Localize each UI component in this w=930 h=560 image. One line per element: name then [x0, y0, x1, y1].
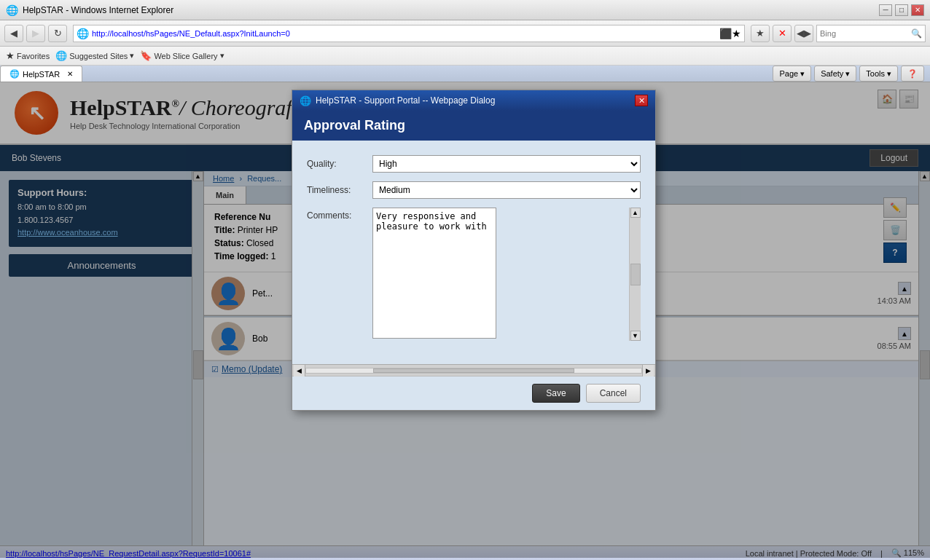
- tab-close-icon[interactable]: ✕: [67, 70, 73, 78]
- web-slice-item[interactable]: 🔖 Web Slice Gallery ▾: [140, 50, 224, 61]
- dialog-hscroll-right[interactable]: ▶: [642, 365, 654, 376]
- star-icon: ★: [6, 50, 15, 61]
- helpstar-tab[interactable]: 🌐 HelpSTAR ✕: [0, 66, 82, 82]
- maximize-button[interactable]: □: [895, 4, 908, 16]
- tab-icon: 🌐: [9, 69, 20, 79]
- timeliness-row: Timeliness: Medium Low High Very High: [307, 181, 641, 199]
- quality-label: Quality:: [307, 159, 372, 169]
- safety-dropdown-icon: ▾: [845, 69, 850, 79]
- address-bar-container: 🌐 ⬛ ★: [73, 25, 745, 42]
- comments-vscroll: ▲ ▼: [629, 208, 641, 341]
- address-bar[interactable]: [92, 29, 716, 38]
- stop-button[interactable]: ✕: [773, 25, 792, 42]
- page-dropdown-icon: ▾: [800, 69, 805, 79]
- tools-button[interactable]: Tools ▾: [859, 66, 898, 82]
- favorites-icon[interactable]: ★: [751, 25, 770, 42]
- search-icon[interactable]: 🔍: [911, 28, 922, 39]
- comments-container: ▲ ▼: [372, 208, 641, 341]
- suggested-sites-icon: 🌐: [55, 50, 67, 61]
- web-slice-dropdown-icon: ▾: [220, 51, 224, 60]
- timeliness-select[interactable]: Medium Low High Very High: [372, 181, 641, 199]
- browser-nav: ◀ ▶ ↻ 🌐 ⬛ ★ ★ ✕ ◀▶ 🔍: [0, 20, 930, 47]
- suggested-sites-item[interactable]: 🌐 Suggested Sites ▾: [55, 50, 134, 61]
- dialog-close-button[interactable]: ✕: [635, 95, 648, 106]
- refresh-button[interactable]: ↻: [48, 25, 67, 42]
- browser-title: HelpSTAR - Windows Internet Explorer: [23, 5, 173, 15]
- back-button[interactable]: ◀: [4, 25, 23, 42]
- tools-dropdown-icon: ▾: [887, 69, 891, 79]
- quality-row: Quality: High Low Medium Very High: [307, 155, 641, 173]
- dialog-ie-icon: 🌐: [300, 95, 311, 106]
- dialog-hscroll-thumb[interactable]: [373, 368, 574, 373]
- dialog-body: Quality: High Low Medium Very High Timel…: [292, 141, 655, 364]
- web-slice-icon: 🔖: [140, 50, 152, 61]
- approval-rating-dialog: 🌐 HelpSTAR - Support Portal -- Webpage D…: [292, 90, 656, 411]
- favorites-menu[interactable]: ★ Favorites: [6, 50, 50, 61]
- nav-extra[interactable]: ◀▶: [794, 25, 813, 42]
- save-button[interactable]: Save: [532, 384, 579, 403]
- comments-scroll-up[interactable]: ▲: [630, 208, 641, 218]
- comments-row: Comments: ▲ ▼: [307, 208, 641, 341]
- dialog-title-bar: 🌐 HelpSTAR - Support Portal -- Webpage D…: [292, 90, 655, 111]
- comments-textarea[interactable]: [372, 208, 496, 339]
- browser-title-bar: 🌐 HelpSTAR - Windows Internet Explorer ─…: [0, 0, 930, 20]
- page-button[interactable]: Page ▾: [773, 66, 811, 82]
- minimize-button[interactable]: ─: [879, 4, 892, 16]
- cancel-button[interactable]: Cancel: [586, 384, 641, 403]
- dialog-footer: Save Cancel: [292, 376, 655, 410]
- star-button[interactable]: ★: [732, 28, 741, 39]
- comments-label: Comments:: [307, 210, 372, 221]
- forward-button[interactable]: ▶: [26, 25, 45, 42]
- help-button[interactable]: ❓: [901, 66, 924, 82]
- favorites-bar: ★ Favorites 🌐 Suggested Sites ▾ 🔖 Web Sl…: [0, 47, 930, 66]
- dialog-hscroll-track: [305, 368, 642, 374]
- search-bar: 🔍: [816, 25, 926, 42]
- go-button[interactable]: ⬛: [719, 28, 732, 39]
- close-button[interactable]: ✕: [911, 4, 924, 16]
- dialog-hscroll-left[interactable]: ◀: [294, 365, 305, 376]
- timeliness-label: Timeliness:: [307, 185, 372, 195]
- dialog-title: Approval Rating: [304, 118, 405, 133]
- dropdown-arrow-icon: ▾: [130, 51, 134, 60]
- safety-button[interactable]: Safety ▾: [814, 66, 856, 82]
- quality-select[interactable]: High Low Medium Very High: [372, 155, 641, 173]
- dialog-hscroll: ◀ ▶: [292, 364, 655, 376]
- search-input[interactable]: [820, 29, 911, 38]
- comments-scroll-down[interactable]: ▼: [630, 331, 641, 341]
- comments-scroll-thumb[interactable]: [630, 264, 641, 285]
- dialog-window-title: HelpSTAR - Support Portal -- Webpage Dia…: [316, 95, 495, 106]
- dialog-heading-bar: Approval Rating: [292, 111, 655, 141]
